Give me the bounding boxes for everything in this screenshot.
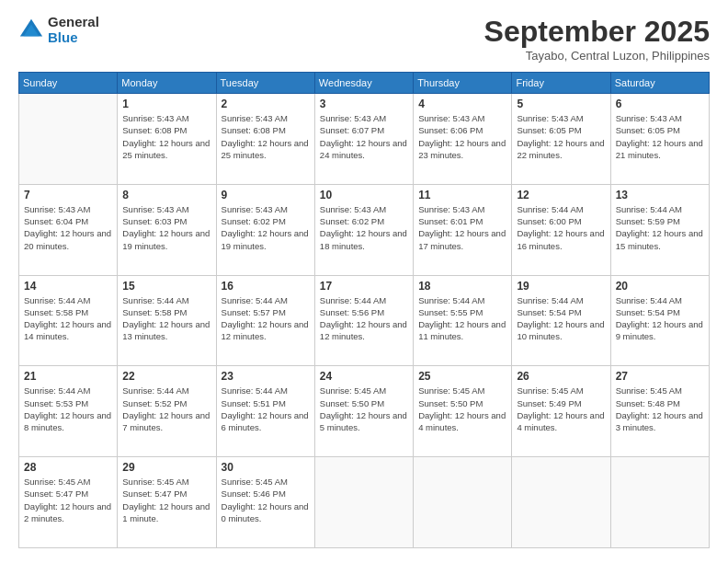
location-text: Tayabo, Central Luzon, Philippines — [484, 49, 710, 63]
weekday-header-row: Sunday Monday Tuesday Wednesday Thursday… — [19, 73, 710, 94]
day-info: Sunrise: 5:45 AM Sunset: 5:47 PM Dayligh… — [122, 476, 210, 524]
day-number: 25 — [418, 370, 506, 383]
day-info: Sunrise: 5:43 AM Sunset: 6:05 PM Dayligh… — [616, 112, 704, 161]
day-number: 9 — [222, 189, 310, 201]
calendar-cell — [610, 457, 709, 548]
calendar-cell: 3Sunrise: 5:43 AM Sunset: 6:07 PM Daylig… — [314, 94, 413, 185]
day-info: Sunrise: 5:44 AM Sunset: 5:58 PM Dayligh… — [24, 294, 112, 343]
day-number: 4 — [418, 98, 506, 110]
calendar-cell: 18Sunrise: 5:44 AM Sunset: 5:55 PM Dayli… — [414, 275, 512, 366]
day-number: 20 — [616, 280, 704, 293]
header-thursday: Thursday — [414, 73, 512, 94]
day-info: Sunrise: 5:44 AM Sunset: 6:00 PM Dayligh… — [517, 203, 605, 252]
calendar-cell: 28Sunrise: 5:45 AM Sunset: 5:47 PM Dayli… — [19, 457, 118, 548]
day-info: Sunrise: 5:43 AM Sunset: 6:01 PM Dayligh… — [418, 203, 506, 252]
day-number: 11 — [418, 189, 506, 201]
day-number: 22 — [122, 370, 210, 383]
day-number: 16 — [222, 280, 310, 293]
day-info: Sunrise: 5:44 AM Sunset: 5:51 PM Dayligh… — [222, 385, 310, 433]
calendar-cell: 25Sunrise: 5:45 AM Sunset: 5:50 PM Dayli… — [414, 366, 512, 457]
header-saturday: Saturday — [610, 73, 709, 94]
day-number: 28 — [24, 461, 112, 474]
calendar-cell: 5Sunrise: 5:43 AM Sunset: 6:05 PM Daylig… — [512, 94, 610, 185]
logo-general-text: General — [48, 15, 99, 30]
day-number: 29 — [122, 461, 210, 474]
calendar-cell: 7Sunrise: 5:43 AM Sunset: 6:04 PM Daylig… — [19, 184, 118, 275]
day-number: 17 — [320, 280, 408, 293]
day-number: 3 — [320, 98, 408, 110]
logo-icon — [18, 17, 44, 43]
day-number: 1 — [122, 98, 210, 110]
day-info: Sunrise: 5:43 AM Sunset: 6:08 PM Dayligh… — [222, 112, 310, 161]
calendar-cell: 23Sunrise: 5:44 AM Sunset: 5:51 PM Dayli… — [216, 366, 314, 457]
day-number: 8 — [122, 189, 210, 201]
day-info: Sunrise: 5:44 AM Sunset: 5:58 PM Dayligh… — [122, 294, 210, 343]
calendar-cell: 30Sunrise: 5:45 AM Sunset: 5:46 PM Dayli… — [216, 457, 314, 548]
calendar-cell: 9Sunrise: 5:43 AM Sunset: 6:02 PM Daylig… — [216, 184, 314, 275]
day-info: Sunrise: 5:45 AM Sunset: 5:50 PM Dayligh… — [320, 385, 408, 433]
day-info: Sunrise: 5:43 AM Sunset: 6:04 PM Dayligh… — [24, 203, 112, 252]
day-number: 5 — [517, 98, 605, 110]
day-info: Sunrise: 5:45 AM Sunset: 5:46 PM Dayligh… — [222, 476, 310, 524]
day-number: 2 — [222, 98, 310, 110]
day-info: Sunrise: 5:43 AM Sunset: 6:06 PM Dayligh… — [418, 112, 506, 161]
day-number: 21 — [24, 370, 112, 383]
calendar-cell: 10Sunrise: 5:43 AM Sunset: 6:02 PM Dayli… — [314, 184, 413, 275]
month-title: September 2025 — [484, 15, 710, 49]
calendar-cell: 15Sunrise: 5:44 AM Sunset: 5:58 PM Dayli… — [118, 275, 216, 366]
title-block: September 2025 Tayabo, Central Luzon, Ph… — [484, 15, 710, 63]
day-info: Sunrise: 5:44 AM Sunset: 5:52 PM Dayligh… — [122, 385, 210, 433]
calendar-cell: 6Sunrise: 5:43 AM Sunset: 6:05 PM Daylig… — [610, 94, 709, 185]
logo: General Blue — [18, 15, 99, 45]
day-number: 18 — [418, 280, 506, 293]
day-info: Sunrise: 5:45 AM Sunset: 5:50 PM Dayligh… — [418, 385, 506, 433]
day-info: Sunrise: 5:45 AM Sunset: 5:49 PM Dayligh… — [517, 385, 605, 433]
day-info: Sunrise: 5:44 AM Sunset: 5:53 PM Dayligh… — [24, 385, 112, 433]
calendar-cell: 4Sunrise: 5:43 AM Sunset: 6:06 PM Daylig… — [414, 94, 512, 185]
calendar-cell: 16Sunrise: 5:44 AM Sunset: 5:57 PM Dayli… — [216, 275, 314, 366]
calendar-cell: 1Sunrise: 5:43 AM Sunset: 6:08 PM Daylig… — [118, 94, 216, 185]
day-number: 7 — [24, 189, 112, 201]
day-info: Sunrise: 5:44 AM Sunset: 5:59 PM Dayligh… — [616, 203, 704, 252]
day-number: 13 — [616, 189, 704, 201]
day-info: Sunrise: 5:44 AM Sunset: 5:54 PM Dayligh… — [517, 294, 605, 343]
calendar-table: Sunday Monday Tuesday Wednesday Thursday… — [18, 72, 710, 548]
day-info: Sunrise: 5:44 AM Sunset: 5:56 PM Dayligh… — [320, 294, 408, 343]
calendar-cell: 27Sunrise: 5:45 AM Sunset: 5:48 PM Dayli… — [610, 366, 709, 457]
calendar-cell: 11Sunrise: 5:43 AM Sunset: 6:01 PM Dayli… — [414, 184, 512, 275]
day-number: 14 — [24, 280, 112, 293]
calendar-cell — [512, 457, 610, 548]
header-friday: Friday — [512, 73, 610, 94]
header-wednesday: Wednesday — [314, 73, 413, 94]
calendar-cell: 20Sunrise: 5:44 AM Sunset: 5:54 PM Dayli… — [610, 275, 709, 366]
calendar-cell: 29Sunrise: 5:45 AM Sunset: 5:47 PM Dayli… — [118, 457, 216, 548]
calendar-cell: 21Sunrise: 5:44 AM Sunset: 5:53 PM Dayli… — [19, 366, 118, 457]
day-info: Sunrise: 5:43 AM Sunset: 6:08 PM Dayligh… — [122, 112, 210, 161]
day-number: 19 — [517, 280, 605, 293]
day-info: Sunrise: 5:44 AM Sunset: 5:57 PM Dayligh… — [222, 294, 310, 343]
calendar-cell: 12Sunrise: 5:44 AM Sunset: 6:00 PM Dayli… — [512, 184, 610, 275]
day-info: Sunrise: 5:45 AM Sunset: 5:48 PM Dayligh… — [616, 385, 704, 433]
day-number: 15 — [122, 280, 210, 293]
day-info: Sunrise: 5:43 AM Sunset: 6:07 PM Dayligh… — [320, 112, 408, 161]
header-tuesday: Tuesday — [216, 73, 314, 94]
header-sunday: Sunday — [19, 73, 118, 94]
calendar-cell: 14Sunrise: 5:44 AM Sunset: 5:58 PM Dayli… — [19, 275, 118, 366]
day-number: 23 — [222, 370, 310, 383]
calendar-cell: 17Sunrise: 5:44 AM Sunset: 5:56 PM Dayli… — [314, 275, 413, 366]
calendar-cell — [314, 457, 413, 548]
calendar-cell — [414, 457, 512, 548]
calendar-cell — [19, 94, 118, 185]
day-info: Sunrise: 5:43 AM Sunset: 6:02 PM Dayligh… — [222, 203, 310, 252]
day-number: 10 — [320, 189, 408, 201]
day-info: Sunrise: 5:43 AM Sunset: 6:03 PM Dayligh… — [122, 203, 210, 252]
day-info: Sunrise: 5:43 AM Sunset: 6:02 PM Dayligh… — [320, 203, 408, 252]
calendar-cell: 26Sunrise: 5:45 AM Sunset: 5:49 PM Dayli… — [512, 366, 610, 457]
day-number: 27 — [616, 370, 704, 383]
day-number: 12 — [517, 189, 605, 201]
calendar-cell: 13Sunrise: 5:44 AM Sunset: 5:59 PM Dayli… — [610, 184, 709, 275]
day-number: 6 — [616, 98, 704, 110]
day-number: 30 — [222, 461, 310, 474]
header-monday: Monday — [118, 73, 216, 94]
day-info: Sunrise: 5:45 AM Sunset: 5:47 PM Dayligh… — [24, 476, 112, 524]
